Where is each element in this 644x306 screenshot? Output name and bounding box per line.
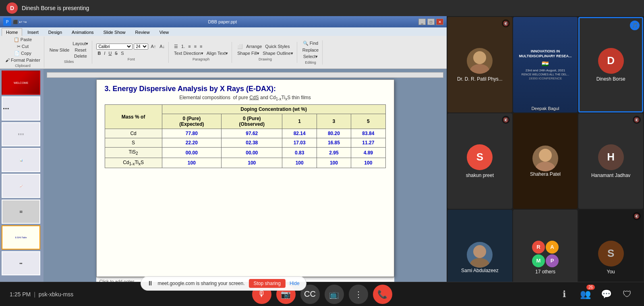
col-subheader-3: 3 <box>317 114 351 129</box>
quick-styles-btn[interactable]: Quick Styles <box>264 44 291 50</box>
arrange-btn[interactable]: Arrange <box>245 44 263 50</box>
minimize-btn[interactable]: _ <box>418 19 426 25</box>
copy-btn[interactable]: 📄 Copy <box>4 50 41 56</box>
col-subheader-0pure-exp: 0 (Pure)(Expected) <box>162 114 221 129</box>
paragraph-group: ☰ 1. ≡ ≡ ≡ Text Direction▾ Align Text▾ <box>170 42 232 63</box>
participant-name-hanamant: Hanamant Jadhav <box>590 173 632 178</box>
replace-btn[interactable]: Replace <box>301 47 320 53</box>
tab-design[interactable]: Design <box>44 28 66 36</box>
mic-muted-icon-hanamant: 🔇 <box>633 116 641 124</box>
slides-group: New Slide Layout▾ Reset Delete Slides <box>46 41 93 64</box>
editing-label: Editing <box>305 60 316 65</box>
format-painter-btn[interactable]: 🖌 Format Painter <box>4 57 41 63</box>
ppt-title-text: DBB paper.ppt <box>27 19 418 24</box>
decrease-font-btn[interactable]: A↓ <box>158 44 166 49</box>
restore-btn[interactable]: □ <box>427 19 435 25</box>
avatar-sami <box>467 242 493 268</box>
cell-s-0obs: 02.38 <box>222 138 282 148</box>
participant-tile-hanamant[interactable]: H Hanamant Jadhav 🔇 <box>578 113 643 209</box>
participant-tile-shahera[interactable]: Shahera Patel <box>513 113 578 209</box>
participant-name-shakun: shakun preet <box>464 173 495 178</box>
info-button[interactable]: ℹ <box>557 287 572 302</box>
svg-point-3 <box>536 162 555 171</box>
tab-home[interactable]: Home <box>2 28 22 36</box>
align-text-btn[interactable]: Align Text▾ <box>205 50 230 56</box>
tab-slideshow[interactable]: Slide Show <box>99 28 130 36</box>
clipboard-group: 📋 Paste ✂ Cut 📄 Copy 🖌 Format Painter Cl… <box>2 37 44 68</box>
font-size-select[interactable]: 24 <box>134 44 148 50</box>
slide-canvas[interactable]: 3. Energy Dispersive Analysis by X Rays … <box>96 79 394 277</box>
bold-btn[interactable]: B <box>96 50 102 56</box>
mic-muted-icon-you: 🔇 <box>633 212 641 220</box>
slide-thumb-2[interactable]: ■ ■ ■ <box>2 96 40 121</box>
shapes-btn[interactable]: ⬜ <box>236 44 244 50</box>
shadow-btn[interactable]: S <box>120 50 125 56</box>
close-btn[interactable]: ✕ <box>436 19 443 25</box>
paragraph-label: Paragraph <box>193 57 209 61</box>
col-subheader-0pure-obs: 0 (Pure)(Observed) <box>222 114 282 129</box>
layout-btn[interactable]: Layout▾ <box>71 41 89 47</box>
cell-s-0exp: 22.20 <box>162 138 221 148</box>
table-row-cd: Cd 77.80 97.62 82.14 80.20 83.84 <box>105 129 385 138</box>
slide-subtitle: Elemental compositions of pure CdS and C… <box>105 95 386 101</box>
end-call-button[interactable]: 📞 <box>373 285 392 304</box>
align-right-btn[interactable]: ≡ <box>199 44 203 50</box>
slide-thumb-6[interactable]: 🖼 <box>2 200 40 224</box>
cut-btn[interactable]: ✂ Cut <box>4 44 41 50</box>
ppt-window: P ⬛ ↩ ↪ DBB paper.ppt _ □ ✕ Home Insert … <box>0 16 447 306</box>
cell-cdtixs-5: 100 <box>351 158 385 168</box>
avatar-shakun: S <box>467 144 493 170</box>
align-left-btn[interactable]: ≡ <box>187 44 192 50</box>
col-header-massof: Mass % of <box>105 105 162 129</box>
chat-button[interactable]: 💬 <box>599 287 613 302</box>
tab-view[interactable]: View <box>155 28 174 36</box>
shape-outline-btn[interactable]: Shape Outline▾ <box>261 50 294 56</box>
slide-thumb-7[interactable]: E-DAX Table <box>2 225 40 250</box>
find-btn[interactable]: 🔍 Find <box>301 40 320 46</box>
participant-name-shahera: Shahera Patel <box>528 171 562 177</box>
cell-s-5: 11.27 <box>351 138 385 148</box>
participant-tile-dr-patil[interactable]: Dr. D. R. Patil Phys... 🔇 <box>447 17 512 112</box>
text-direction-btn[interactable]: Text Direction▾ <box>173 50 205 56</box>
bottom-left-info: 1:25 PM | psk-xbku-mss <box>10 291 73 298</box>
slide-thumb-8[interactable]: ■■ <box>2 251 40 275</box>
hide-button[interactable]: Hide <box>290 281 300 286</box>
paste-btn[interactable]: 📋 Paste <box>4 37 41 43</box>
present-button[interactable]: 📺 <box>325 285 344 304</box>
italic-btn[interactable]: I <box>103 50 106 56</box>
others-avatar-4: P <box>546 254 559 267</box>
bullets-btn[interactable]: ☰ <box>173 44 179 50</box>
others-avatar-1: R <box>532 241 545 254</box>
new-slide-btn[interactable]: New Slide <box>48 41 71 59</box>
shape-fill-btn[interactable]: Shape Fill▾ <box>236 50 261 56</box>
reset-btn[interactable]: Reset <box>71 47 89 53</box>
participant-tile-dinesh[interactable]: D Dinesh Borse 🎵 <box>578 17 643 112</box>
ribbon-toolbar: 📋 Paste ✂ Cut 📄 Copy 🖌 Format Painter Cl… <box>0 36 447 69</box>
select-btn[interactable]: Select▾ <box>301 54 320 60</box>
tab-animations[interactable]: Animations <box>67 28 98 36</box>
more-options-button[interactable]: ⋮ <box>349 285 368 304</box>
slide-panel: WELCOME ■ ■ ■ ≡ ≡ ≡ <box>0 69 43 296</box>
activities-button[interactable]: 🛡 <box>620 287 634 302</box>
tab-insert[interactable]: Insert <box>23 28 43 36</box>
align-center-btn[interactable]: ≡ <box>193 44 198 50</box>
increase-font-btn[interactable]: A↑ <box>149 44 157 49</box>
slide-thumb-3[interactable]: ≡ ≡ ≡ <box>2 122 40 146</box>
slide-thumb-5[interactable]: 📈 <box>2 174 40 198</box>
cell-cd-0obs: 97.62 <box>222 129 282 138</box>
numbering-btn[interactable]: 1. <box>180 44 186 50</box>
delete-btn[interactable]: Delete <box>71 53 89 59</box>
end-call-icon: 📞 <box>377 289 387 299</box>
font-family-select[interactable]: Calibri <box>96 44 133 50</box>
slide-thumb-1[interactable]: WELCOME <box>2 71 40 95</box>
participant-tile-shakun[interactable]: S shakun preet 🔇 <box>447 113 512 209</box>
strikethrough-btn[interactable]: S̶ <box>114 50 119 56</box>
slide-main-area[interactable]: 3. Energy Dispersive Analysis by X Rays … <box>43 69 447 296</box>
participant-tile-deepak[interactable]: INNOVATIONS INMULTIDISCIPLINARY RESEA...… <box>513 17 578 112</box>
slide-thumb-4[interactable]: 📊 <box>2 148 40 172</box>
font-label: Font <box>128 57 135 61</box>
stop-sharing-button[interactable]: Stop sharing <box>249 279 286 288</box>
underline-btn[interactable]: U <box>107 50 113 56</box>
row-label-tis2: TiS2 <box>105 148 162 158</box>
tab-review[interactable]: Review <box>131 28 154 36</box>
